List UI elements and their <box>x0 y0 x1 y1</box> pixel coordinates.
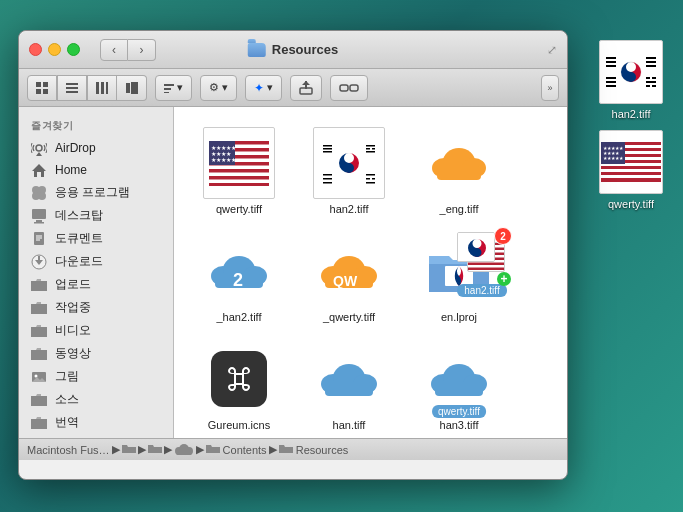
sidebar-item-home[interactable]: Home <box>19 159 173 181</box>
toolbar: ▾ ⚙ ▾ ✦ ▾ » <box>19 69 567 107</box>
desktop-icon-han2[interactable]: han2.tiff <box>591 40 671 120</box>
sidebar-item-working[interactable]: 작업중 <box>19 296 173 319</box>
folder-icon-video <box>31 323 47 339</box>
sidebar-item-pictures[interactable]: 그림 <box>19 365 173 388</box>
file-item-_han2[interactable]: 2 _han2.tiff <box>189 230 289 328</box>
sidebar-item-applications[interactable]: 응용 프로그램 <box>19 181 173 204</box>
path-contents[interactable]: Contents <box>206 443 267 456</box>
sidebar-item-airdrop[interactable]: AirDrop <box>19 137 173 159</box>
svg-rect-2 <box>606 57 616 59</box>
desktop-icon-sidebar <box>31 208 47 224</box>
svg-rect-35 <box>96 82 99 94</box>
svg-rect-56 <box>36 220 42 222</box>
svg-rect-4 <box>606 65 616 67</box>
path-folder1[interactable] <box>122 443 136 456</box>
desktop-icon-qwerty[interactable]: ★★★★★ ★★★★ ★★★★★ qwerty.tiff <box>591 130 671 210</box>
sidebar-item-source[interactable]: 소스 <box>19 388 173 411</box>
path-sep2: ▶ <box>138 443 146 456</box>
cover-view-button[interactable] <box>117 75 147 101</box>
svg-text:2: 2 <box>233 270 243 290</box>
archive-label: 보관 <box>55 437 79 438</box>
svg-rect-46 <box>340 85 348 91</box>
action-button[interactable]: ⚙ ▾ <box>200 75 237 101</box>
path-sep4: ▶ <box>196 443 204 456</box>
list-view-button[interactable] <box>57 75 87 101</box>
path-resources[interactable]: Resources <box>279 443 349 456</box>
source-label: 소스 <box>55 391 79 408</box>
svg-rect-28 <box>36 82 41 87</box>
uploads-label: 업로드 <box>55 276 91 293</box>
svg-rect-116 <box>468 270 505 272</box>
han2-file-label: han2.tiff <box>330 203 369 215</box>
svg-text:QW: QW <box>333 273 358 289</box>
han-icon <box>313 343 385 415</box>
svg-rect-23 <box>601 175 661 178</box>
svg-rect-34 <box>66 91 78 93</box>
close-button[interactable] <box>29 43 42 56</box>
file-item-qwerty[interactable]: ★★★★★ ★★★★ ★★★★★ qwerty.tiff <box>189 122 289 220</box>
svg-rect-41 <box>164 88 171 90</box>
file-item-gureum[interactable]: Gureum.icns <box>189 338 289 436</box>
back-button[interactable]: ‹ <box>100 39 128 61</box>
sidebar: 즐겨찾기 AirDrop <box>19 107 174 438</box>
svg-rect-80 <box>323 145 332 147</box>
sidebar-item-desktop[interactable]: 데스크탑 <box>19 204 173 227</box>
_qwerty-icon: QW <box>313 235 385 307</box>
svg-rect-73 <box>209 172 269 176</box>
svg-rect-9 <box>606 77 616 79</box>
enlproj-label: en.lproj <box>441 311 477 323</box>
sidebar-item-documents[interactable]: 도큐멘트 <box>19 227 173 250</box>
eng-icon <box>423 127 495 199</box>
file-item-han[interactable]: han.tiff <box>299 338 399 436</box>
arrange-arrow: ▾ <box>177 81 183 94</box>
main-area: 즐겨찾기 AirDrop <box>19 107 567 438</box>
svg-rect-93 <box>372 178 375 180</box>
svg-rect-42 <box>164 92 169 93</box>
window-title: Resources <box>272 42 338 57</box>
folder-icon-translation <box>31 415 47 431</box>
drag-count-badge: 2 <box>494 227 512 245</box>
svg-rect-88 <box>323 174 332 176</box>
share-button[interactable] <box>290 75 322 101</box>
svg-rect-84 <box>366 148 370 150</box>
file-item-enlproj[interactable]: ★★★★ ★★★ ★★★★ <box>409 230 509 328</box>
dropbox-button[interactable]: ✦ ▾ <box>245 75 282 101</box>
qwerty-thumbnail: ★★★★★ ★★★★ ★★★★★ <box>599 130 663 194</box>
action-arrow: ▾ <box>222 81 228 94</box>
more-button[interactable]: » <box>541 75 559 101</box>
sidebar-item-downloads[interactable]: 다운로드 <box>19 250 173 273</box>
svg-point-54 <box>38 192 46 200</box>
home-label: Home <box>55 163 87 177</box>
sidebar-item-translation[interactable]: 번역 <box>19 411 173 434</box>
file-item-han2[interactable]: han2.tiff <box>299 122 399 220</box>
forward-button[interactable]: › <box>128 39 156 61</box>
svg-rect-50 <box>37 172 41 177</box>
path-cloud[interactable] <box>174 442 194 458</box>
maximize-button[interactable] <box>67 43 80 56</box>
svg-rect-12 <box>646 77 650 79</box>
connect-button[interactable] <box>330 75 368 101</box>
arrange-button[interactable]: ▾ <box>155 75 192 101</box>
sidebar-item-animation[interactable]: 동영상 <box>19 342 173 365</box>
file-item-han3[interactable]: qwerty.tiff han3.tiff <box>409 338 509 436</box>
column-view-button[interactable] <box>87 75 117 101</box>
svg-marker-44 <box>302 81 310 85</box>
file-item-_qwerty[interactable]: QW _qwerty.tiff <box>299 230 399 328</box>
file-item-eng[interactable]: _eng.tiff <box>409 122 509 220</box>
desktop-area: han2.tiff ★★★★★ ★★★★ ★★★★★ qwerty.tiff <box>591 40 671 210</box>
han2-desktop-label: han2.tiff <box>612 108 651 120</box>
minimize-button[interactable] <box>48 43 61 56</box>
home-icon <box>31 162 47 178</box>
path-sep1: ▶ <box>112 443 120 456</box>
sidebar-item-archive[interactable]: 보관 <box>19 434 173 438</box>
svg-rect-89 <box>323 178 332 180</box>
path-macintosh[interactable]: Macintosh Fus… <box>27 444 110 456</box>
zoom-icon[interactable]: ⤢ <box>547 43 557 57</box>
sidebar-item-uploads[interactable]: 업로드 <box>19 273 173 296</box>
icon-view-button[interactable] <box>27 75 57 101</box>
sidebar-item-video[interactable]: 비디오 <box>19 319 173 342</box>
svg-rect-6 <box>646 61 656 63</box>
qwerty-icon: ★★★★★ ★★★★ ★★★★★ <box>203 127 275 199</box>
pictures-label: 그림 <box>55 368 79 385</box>
path-folder2[interactable] <box>148 443 162 456</box>
